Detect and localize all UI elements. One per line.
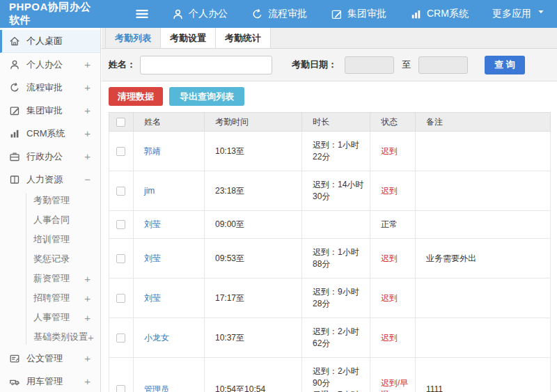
nav-item-group-approval[interactable]: 集团审批 [331,8,386,20]
employee-name-link[interactable]: jim [144,186,155,196]
row-checkbox[interactable] [116,294,125,303]
select-all-checkbox[interactable] [116,118,125,127]
employee-name-link[interactable]: 小龙女 [144,333,169,343]
column-header: 考勤时间 [205,113,302,132]
sidebar-item-label: 流程审批 [26,81,63,94]
sidebar-item-group-approval[interactable]: 集团审批+ [0,99,100,122]
nav-item-crm-system[interactable]: CRM系统 [410,8,469,20]
sidebar-item-personal-office[interactable]: 个人办公+ [0,53,100,76]
sidebar-item-label: 行政办公 [26,150,63,163]
clean-data-button[interactable]: 清理数据 [109,87,163,106]
tab-attendance-stats[interactable]: 考勤统计 [216,28,271,48]
plus-icon: + [84,104,91,116]
sidebar-item-attendance-mgmt[interactable]: 考勤管理 [0,191,100,210]
chart-icon [410,8,422,20]
sidebar: 个人桌面个人办公+流程审批+集团审批+CRM系统+行政办公+人力资源−考勤管理人… [0,28,101,392]
name-cell: 刘莹 [134,279,205,318]
duration-line: 迟到：1小时22分 [313,139,364,163]
employee-name-link[interactable]: 刘莹 [144,219,161,229]
row-checkbox[interactable] [116,385,125,392]
name-cell: 郭靖 [134,132,205,171]
note-cell [416,132,551,171]
flow-icon [251,8,263,20]
time-cell: 17:17至 [205,279,302,318]
nav-item-personal-office[interactable]: 个人办公 [172,8,228,20]
main-content: 考勤列表考勤设置考勤统计 姓名： 考勤日期： 至 查 询 清理数据 导出查询列表… [102,28,557,392]
row-checkbox-cell [109,211,134,239]
flow-icon [9,82,20,93]
row-checkbox[interactable] [116,220,125,229]
note-cell [416,279,551,318]
note-cell: 1111 [416,358,551,392]
sidebar-item-label: 人事合同 [33,214,70,226]
sidebar-item-label: 人事管理 [33,311,70,324]
row-checkbox[interactable] [116,334,125,343]
sidebar-item-crm-system[interactable]: CRM系统+ [0,122,100,145]
sidebar-item-label: 个人办公 [26,58,63,71]
top-bar: PHPOA协同办公软件 个人办公流程审批集团审批CRM系统更多应用 [0,0,557,28]
duration-line: 迟到：9小时28分 [313,286,364,310]
sidebar-item-hr-contract[interactable]: 人事合同 [0,210,100,230]
sidebar-item-label: 个人桌面 [26,35,63,47]
plus-icon: + [84,292,91,304]
sidebar-item-vehicle-mgmt[interactable]: 用车管理+ [0,370,100,392]
export-list-button[interactable]: 导出查询列表 [169,87,244,106]
plus-icon: + [84,352,91,364]
edit-icon [331,8,343,20]
status-cell: 迟到 [370,318,416,358]
column-header: 备注 [416,113,551,132]
sidebar-item-base-category-settings[interactable]: 基础类别设置+ [0,327,100,347]
employee-name-link[interactable]: 刘莹 [144,293,161,303]
edit-icon [9,105,20,116]
nav-item-workflow-approval[interactable]: 流程审批 [251,8,307,20]
name-label: 姓名： [109,58,136,71]
home-icon [9,36,20,47]
duration-cell: 迟到：1小时88分 [302,239,370,279]
search-button[interactable]: 查 询 [485,56,525,75]
filter-bar: 姓名： 考勤日期： 至 查 询 [102,49,557,81]
status-badge: 迟到 [381,293,398,303]
date-to-input[interactable] [418,56,468,74]
table-row: 刘莹09:00至正常 [109,211,551,239]
sidebar-item-workflow-approval[interactable]: 流程审批+ [0,76,100,99]
time-cell: 09:00至 [205,211,302,239]
tab-attendance-list[interactable]: 考勤列表 [105,28,161,48]
sidebar-item-label: 基础类别设置 [33,331,88,343]
hamburger-menu-icon[interactable] [134,6,150,22]
time-cell: 10:54至10:54 [205,358,302,392]
sidebar-item-recruit-mgmt[interactable]: 招聘管理+ [0,288,100,308]
note-cell [416,171,551,211]
sidebar-item-human-resources[interactable]: 人力资源− [0,168,100,191]
app-title: PHPOA协同办公软件 [0,1,101,27]
nav-item-label: 流程审批 [268,8,307,20]
sidebar-item-label: 公文管理 [26,352,63,365]
row-checkbox[interactable] [116,254,125,263]
plus-icon: + [84,375,91,387]
table-body: 郭靖10:13至迟到：1小时22分迟到jim23:18至迟到：14小时30分迟到… [109,132,551,392]
duration-line: 迟到：14小时30分 [313,179,364,203]
sidebar-item-training-mgmt[interactable]: 培训管理 [0,230,100,249]
employee-name-link[interactable]: 管理员 [144,384,169,392]
sidebar-item-personnel-mgmt[interactable]: 人事管理+ [0,308,100,327]
sidebar-item-reward-punishment[interactable]: 奖惩记录 [0,249,100,269]
name-cell: 刘莹 [134,211,205,239]
briefcase-icon [9,151,20,162]
caret-down-icon [538,8,549,20]
date-from-input[interactable] [345,56,394,74]
row-checkbox[interactable] [116,187,125,196]
sidebar-item-label: 考勤管理 [33,194,70,207]
row-checkbox[interactable] [116,147,125,156]
sidebar-item-personal-desktop[interactable]: 个人桌面 [0,30,100,53]
plus-icon: + [88,331,94,343]
employee-name-link[interactable]: 刘莹 [144,253,161,263]
tab-attendance-settings[interactable]: 考勤设置 [161,28,216,48]
employee-name-link[interactable]: 郭靖 [144,146,161,156]
sidebar-item-document-mgmt[interactable]: 公文管理+ [0,347,100,370]
row-checkbox-cell [109,318,134,358]
table-wrap: 姓名考勤时间时长状态备注 郭靖10:13至迟到：1小时22分迟到jim23:18… [102,112,557,392]
name-input[interactable] [140,56,272,75]
table-row: 郭靖10:13至迟到：1小时22分迟到 [109,132,551,171]
nav-item-more-apps[interactable]: 更多应用 [492,8,549,20]
sidebar-item-salary-mgmt[interactable]: 薪资管理+ [0,269,100,288]
sidebar-item-admin-office[interactable]: 行政办公+ [0,145,100,168]
